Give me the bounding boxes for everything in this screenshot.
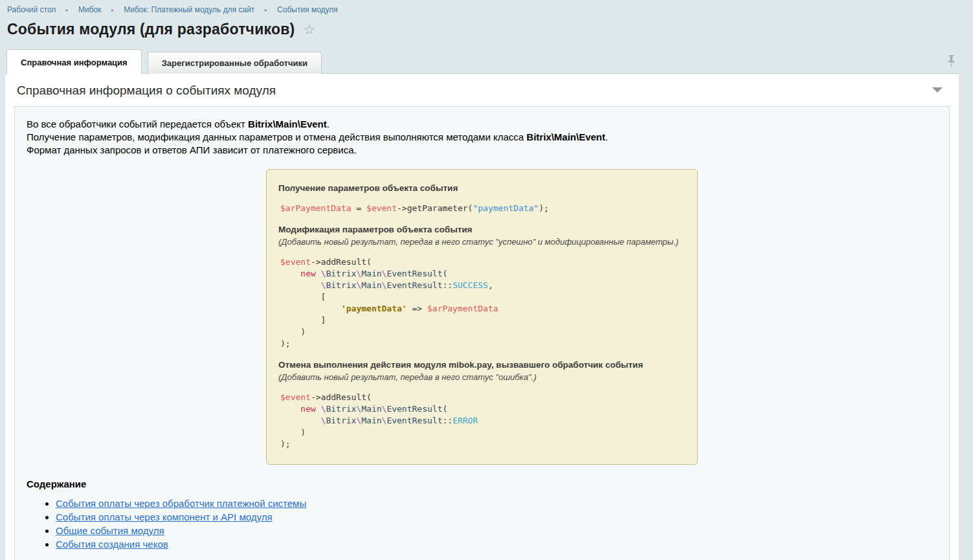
code-line: new \Bitrix\Main\EventResult( xyxy=(278,403,686,415)
pin-icon[interactable] xyxy=(947,54,956,68)
code-line: ] xyxy=(278,315,686,326)
breadcrumb-separator-icon: ▸ xyxy=(265,7,267,13)
breadcrumb-separator-icon: ▸ xyxy=(66,7,69,13)
collapse-arrow-icon[interactable] xyxy=(932,87,943,93)
page-title: События модуля (для разработчиков) xyxy=(7,21,295,38)
toc-link-payment-handler-events[interactable]: События оплаты через обработчик платежно… xyxy=(56,498,306,509)
code-line: 'paymentData' => $arPaymentData xyxy=(278,303,686,315)
code-line: ); xyxy=(278,338,686,350)
toc-link-receipt-creation-events[interactable]: События создания чеков xyxy=(56,539,168,550)
code-section-heading: Отмена выполнения действия модуля mibok.… xyxy=(278,360,686,370)
code-line: \Bitrix\Main\EventResult::SUCCESS, xyxy=(278,280,686,291)
code-line: \Bitrix\Main\EventResult::ERROR xyxy=(278,415,686,427)
code-section-cancel-action: Отмена выполнения действия модуля mibok.… xyxy=(278,360,686,450)
code-line: new \Bitrix\Main\EventResult( xyxy=(278,268,686,280)
code-block: $event->addResult( new \Bitrix\Main\Even… xyxy=(278,392,686,450)
code-info-box: Получение параметров объекта события $ar… xyxy=(266,169,698,465)
intro-line-1: Во все обработчики событий передается об… xyxy=(27,118,937,131)
breadcrumb-item-desktop[interactable]: Рабочий стол xyxy=(7,5,56,14)
code-line: [ xyxy=(278,291,686,303)
list-item: События оплаты через компонент и API мод… xyxy=(56,511,937,523)
code-line: ) xyxy=(278,427,686,438)
breadcrumb-item-mibok[interactable]: Мибок xyxy=(78,5,102,14)
breadcrumb-item-module-events[interactable]: События модуля xyxy=(277,5,338,14)
breadcrumb-item-payment-module[interactable]: Мибок: Платежный модуль для сайт xyxy=(124,5,254,14)
code-section-note: (Добавить новый результат, передав в нег… xyxy=(278,237,686,247)
breadcrumb-separator-icon: ▸ xyxy=(111,7,114,13)
code-line: ); xyxy=(278,438,686,450)
intro-line-3: Формат данных запросов и ответов АПИ зав… xyxy=(27,144,937,157)
inner-content: Во все обработчики событий передается об… xyxy=(14,106,950,560)
code-line: $arPaymentData = $event->getParameter("p… xyxy=(278,203,686,214)
code-section-modify-params: Модификация параметров объекта события (… xyxy=(278,225,686,350)
section-title: Справочная информация о событиях модуля xyxy=(17,84,276,97)
intro-paragraph: Во все обработчики событий передается об… xyxy=(27,118,937,157)
toc-link-component-api-events[interactable]: События оплаты через компонент и API мод… xyxy=(56,511,273,522)
favorite-star-icon[interactable]: ☆ xyxy=(303,23,315,36)
tab-reference-info[interactable]: Справочная информация xyxy=(6,49,142,74)
toc-heading: Содержание xyxy=(27,478,937,489)
toc-link-common-module-events[interactable]: Общие события модуля xyxy=(56,525,164,536)
tab-bar: Справочная информация Зарегистрированные… xyxy=(0,49,973,74)
code-section-get-params: Получение параметров объекта события $ar… xyxy=(278,183,686,214)
table-of-contents: Содержание События оплаты через обработч… xyxy=(27,478,937,550)
code-line: $event->addResult( xyxy=(278,256,686,268)
list-item: События создания чеков xyxy=(56,539,937,550)
code-line: ) xyxy=(278,326,686,338)
content-panel: Справочная информация о событиях модуля … xyxy=(5,73,959,560)
toc-list: События оплаты через обработчик платежно… xyxy=(27,498,937,550)
code-block: $event->addResult( new \Bitrix\Main\Even… xyxy=(278,256,686,350)
breadcrumb: Рабочий стол ▸ Мибок ▸ Мибок: Платежный … xyxy=(0,0,973,17)
list-item: Общие события модуля xyxy=(56,525,937,537)
intro-line-2: Получение параметров, модификация данных… xyxy=(27,131,937,144)
code-section-heading: Модификация параметров объекта события xyxy=(278,225,686,234)
title-row: События модуля (для разработчиков) ☆ xyxy=(0,17,973,38)
tab-registered-handlers[interactable]: Зарегистрированные обработчики xyxy=(148,52,322,74)
section-header: Справочная информация о событиях модуля xyxy=(5,74,959,106)
code-line: $event->addResult( xyxy=(278,392,686,403)
code-block: $arPaymentData = $event->getParameter("p… xyxy=(278,203,686,214)
code-section-note: (Добавить новый результат, передав в нег… xyxy=(278,372,686,382)
list-item: События оплаты через обработчик платежно… xyxy=(56,498,937,510)
code-section-heading: Получение параметров объекта события xyxy=(278,183,686,193)
